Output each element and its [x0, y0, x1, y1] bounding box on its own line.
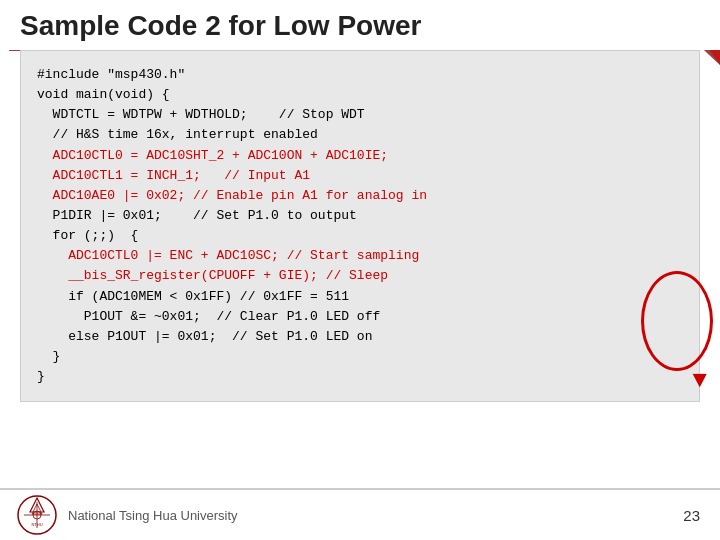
header: Sample Code 2 for Low Power	[0, 0, 720, 50]
code-line: ADC10CTL0 |= ENC + ADC10SC; // Start sam…	[37, 246, 683, 266]
code-line: for (;;) {	[37, 226, 683, 246]
code-line: #include "msp430.h"	[37, 65, 683, 85]
footer: NTHU National Tsing Hua University 23	[0, 488, 720, 540]
code-line: ADC10CTL1 = INCH_1; // Input A1	[37, 166, 683, 186]
code-line: WDTCTL = WDTPW + WDTHOLD; // Stop WDT	[37, 105, 683, 125]
page-title: Sample Code 2 for Low Power	[20, 10, 421, 42]
code-line: P1OUT &= ~0x01; // Clear P1.0 LED off	[37, 307, 683, 327]
code-line: }	[37, 347, 683, 367]
code-line: else P1OUT |= 0x01; // Set P1.0 LED on	[37, 327, 683, 347]
code-block: #include "msp430.h"void main(void) { WDT…	[20, 50, 700, 402]
code-line: }	[37, 367, 683, 387]
svg-text:NTHU: NTHU	[31, 522, 42, 527]
code-line: ADC10AE0 |= 0x02; // Enable pin A1 for a…	[37, 186, 683, 206]
code-line: __bis_SR_register(CPUOFF + GIE); // Slee…	[37, 266, 683, 286]
page-number: 23	[683, 507, 700, 524]
code-line: void main(void) {	[37, 85, 683, 105]
code-line: ADC10CTL0 = ADC10SHT_2 + ADC10ON + ADC10…	[37, 146, 683, 166]
code-line: P1DIR |= 0x01; // Set P1.0 to output	[37, 206, 683, 226]
university-logo: NTHU	[16, 494, 58, 536]
code-line: if (ADC10MEM < 0x1FF) // 0x1FF = 511	[37, 287, 683, 307]
code-container: #include "msp430.h"void main(void) { WDT…	[37, 65, 683, 387]
red-arrow-icon: ▼	[693, 369, 707, 393]
code-line: // H&S time 16x, interrupt enabled	[37, 125, 683, 145]
university-name: National Tsing Hua University	[68, 508, 238, 523]
